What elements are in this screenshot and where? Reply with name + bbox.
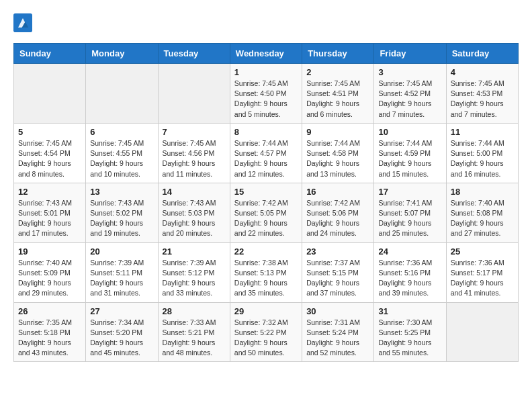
weekday-header-wednesday: Wednesday	[230, 44, 302, 64]
day-info: Sunrise: 7:39 AM Sunset: 5:12 PM Dayligh…	[163, 258, 226, 299]
day-number: 10	[378, 127, 441, 137]
calendar-cell: 22Sunrise: 7:38 AM Sunset: 5:13 PM Dayli…	[230, 242, 302, 302]
calendar-cell: 28Sunrise: 7:33 AM Sunset: 5:21 PM Dayli…	[158, 302, 230, 362]
calendar-cell: 17Sunrise: 7:41 AM Sunset: 5:07 PM Dayli…	[374, 183, 446, 242]
day-info: Sunrise: 7:40 AM Sunset: 5:09 PM Dayligh…	[18, 258, 81, 299]
day-info: Sunrise: 7:33 AM Sunset: 5:21 PM Dayligh…	[163, 318, 226, 359]
calendar-cell: 21Sunrise: 7:39 AM Sunset: 5:12 PM Dayli…	[158, 242, 230, 302]
day-number: 27	[90, 306, 153, 316]
day-info: Sunrise: 7:40 AM Sunset: 5:08 PM Dayligh…	[451, 198, 514, 239]
day-number: 22	[234, 246, 298, 257]
day-number: 15	[234, 187, 298, 197]
day-info: Sunrise: 7:41 AM Sunset: 5:07 PM Dayligh…	[378, 198, 441, 239]
week-row-2: 5Sunrise: 7:45 AM Sunset: 4:54 PM Daylig…	[14, 123, 519, 183]
calendar-cell: 13Sunrise: 7:43 AM Sunset: 5:02 PM Dayli…	[86, 183, 158, 242]
calendar-cell: 24Sunrise: 7:36 AM Sunset: 5:16 PM Dayli…	[374, 242, 446, 302]
day-number: 30	[306, 306, 369, 316]
day-info: Sunrise: 7:45 AM Sunset: 4:55 PM Dayligh…	[90, 138, 153, 179]
weekday-header-tuesday: Tuesday	[158, 44, 230, 64]
page-header	[13, 13, 519, 32]
day-number: 25	[451, 246, 514, 257]
day-info: Sunrise: 7:43 AM Sunset: 5:02 PM Dayligh…	[90, 198, 153, 239]
day-number: 7	[163, 127, 226, 137]
day-number: 16	[306, 187, 369, 197]
calendar-cell	[14, 64, 86, 124]
calendar-cell: 27Sunrise: 7:34 AM Sunset: 5:20 PM Dayli…	[86, 302, 158, 362]
calendar-cell: 16Sunrise: 7:42 AM Sunset: 5:06 PM Dayli…	[302, 183, 374, 242]
day-number: 17	[378, 187, 441, 197]
day-info: Sunrise: 7:35 AM Sunset: 5:18 PM Dayligh…	[18, 318, 81, 359]
day-info: Sunrise: 7:39 AM Sunset: 5:11 PM Dayligh…	[90, 258, 153, 299]
week-row-4: 19Sunrise: 7:40 AM Sunset: 5:09 PM Dayli…	[14, 242, 519, 302]
day-info: Sunrise: 7:32 AM Sunset: 5:22 PM Dayligh…	[234, 318, 298, 359]
calendar-cell: 23Sunrise: 7:37 AM Sunset: 5:15 PM Dayli…	[302, 242, 374, 302]
day-info: Sunrise: 7:30 AM Sunset: 5:25 PM Dayligh…	[378, 318, 441, 359]
calendar-cell	[158, 64, 230, 124]
day-info: Sunrise: 7:44 AM Sunset: 5:00 PM Dayligh…	[451, 138, 514, 179]
weekday-header-saturday: Saturday	[446, 44, 518, 64]
day-number: 9	[306, 127, 369, 137]
day-info: Sunrise: 7:45 AM Sunset: 4:53 PM Dayligh…	[451, 79, 514, 120]
day-info: Sunrise: 7:37 AM Sunset: 5:15 PM Dayligh…	[306, 258, 369, 299]
calendar-cell: 20Sunrise: 7:39 AM Sunset: 5:11 PM Dayli…	[86, 242, 158, 302]
day-info: Sunrise: 7:42 AM Sunset: 5:06 PM Dayligh…	[306, 198, 369, 239]
day-info: Sunrise: 7:44 AM Sunset: 4:58 PM Dayligh…	[306, 138, 369, 179]
day-info: Sunrise: 7:45 AM Sunset: 4:54 PM Dayligh…	[18, 138, 81, 179]
calendar-cell: 3Sunrise: 7:45 AM Sunset: 4:52 PM Daylig…	[374, 64, 446, 124]
day-info: Sunrise: 7:34 AM Sunset: 5:20 PM Dayligh…	[90, 318, 153, 359]
calendar-cell: 5Sunrise: 7:45 AM Sunset: 4:54 PM Daylig…	[14, 123, 86, 183]
day-number: 20	[90, 246, 153, 257]
week-row-5: 26Sunrise: 7:35 AM Sunset: 5:18 PM Dayli…	[14, 302, 519, 362]
day-info: Sunrise: 7:45 AM Sunset: 4:51 PM Dayligh…	[306, 79, 369, 120]
day-info: Sunrise: 7:43 AM Sunset: 5:03 PM Dayligh…	[163, 198, 226, 239]
day-number: 18	[451, 187, 514, 197]
day-number: 12	[18, 187, 81, 197]
day-number: 8	[234, 127, 298, 137]
day-number: 5	[18, 127, 81, 137]
day-number: 13	[90, 187, 153, 197]
day-number: 4	[451, 67, 514, 77]
calendar-cell: 18Sunrise: 7:40 AM Sunset: 5:08 PM Dayli…	[446, 183, 518, 242]
day-number: 24	[378, 246, 441, 257]
day-info: Sunrise: 7:43 AM Sunset: 5:01 PM Dayligh…	[18, 198, 81, 239]
calendar-cell	[446, 302, 518, 362]
day-number: 6	[90, 127, 153, 137]
day-number: 23	[306, 246, 369, 257]
calendar-cell: 15Sunrise: 7:42 AM Sunset: 5:05 PM Dayli…	[230, 183, 302, 242]
day-number: 31	[378, 306, 441, 316]
day-number: 21	[163, 246, 226, 257]
day-number: 26	[18, 306, 81, 316]
day-number: 2	[306, 67, 369, 77]
weekday-header-thursday: Thursday	[302, 44, 374, 64]
day-info: Sunrise: 7:44 AM Sunset: 4:59 PM Dayligh…	[378, 138, 441, 179]
day-number: 11	[451, 127, 514, 137]
day-number: 1	[234, 67, 298, 77]
day-info: Sunrise: 7:45 AM Sunset: 4:52 PM Dayligh…	[378, 79, 441, 120]
day-info: Sunrise: 7:44 AM Sunset: 4:57 PM Dayligh…	[234, 138, 298, 179]
day-info: Sunrise: 7:42 AM Sunset: 5:05 PM Dayligh…	[234, 198, 298, 239]
calendar-cell: 25Sunrise: 7:36 AM Sunset: 5:17 PM Dayli…	[446, 242, 518, 302]
weekday-header-monday: Monday	[86, 44, 158, 64]
day-number: 3	[378, 67, 441, 77]
calendar-cell: 4Sunrise: 7:45 AM Sunset: 4:53 PM Daylig…	[446, 64, 518, 124]
weekday-header-friday: Friday	[374, 44, 446, 64]
calendar-cell: 6Sunrise: 7:45 AM Sunset: 4:55 PM Daylig…	[86, 123, 158, 183]
logo-icon	[13, 13, 32, 32]
weekday-header-row: SundayMondayTuesdayWednesdayThursdayFrid…	[14, 44, 519, 64]
day-info: Sunrise: 7:36 AM Sunset: 5:17 PM Dayligh…	[451, 258, 514, 299]
day-info: Sunrise: 7:31 AM Sunset: 5:24 PM Dayligh…	[306, 318, 369, 359]
calendar-cell: 19Sunrise: 7:40 AM Sunset: 5:09 PM Dayli…	[14, 242, 86, 302]
day-number: 19	[18, 246, 81, 257]
day-number: 14	[163, 187, 226, 197]
calendar-cell: 30Sunrise: 7:31 AM Sunset: 5:24 PM Dayli…	[302, 302, 374, 362]
day-info: Sunrise: 7:45 AM Sunset: 4:56 PM Dayligh…	[163, 138, 226, 179]
calendar-cell: 29Sunrise: 7:32 AM Sunset: 5:22 PM Dayli…	[230, 302, 302, 362]
week-row-1: 1Sunrise: 7:45 AM Sunset: 4:50 PM Daylig…	[14, 64, 519, 124]
calendar-cell: 12Sunrise: 7:43 AM Sunset: 5:01 PM Dayli…	[14, 183, 86, 242]
weekday-header-sunday: Sunday	[14, 44, 86, 64]
day-info: Sunrise: 7:38 AM Sunset: 5:13 PM Dayligh…	[234, 258, 298, 299]
calendar-cell: 9Sunrise: 7:44 AM Sunset: 4:58 PM Daylig…	[302, 123, 374, 183]
calendar-cell: 26Sunrise: 7:35 AM Sunset: 5:18 PM Dayli…	[14, 302, 86, 362]
day-info: Sunrise: 7:45 AM Sunset: 4:50 PM Dayligh…	[234, 79, 298, 120]
calendar-cell	[86, 64, 158, 124]
